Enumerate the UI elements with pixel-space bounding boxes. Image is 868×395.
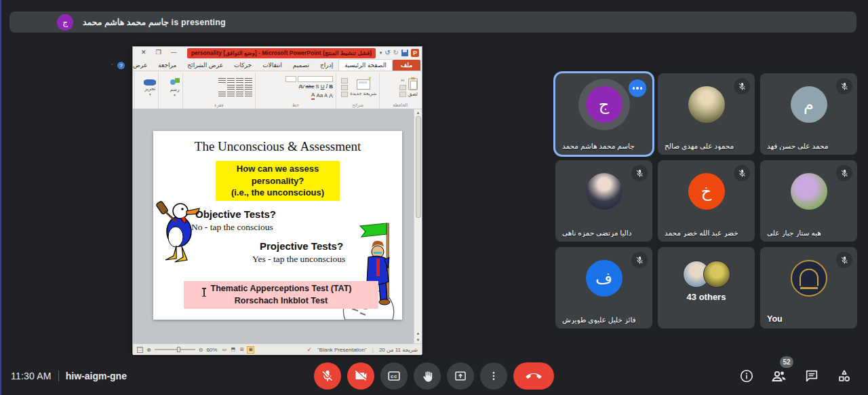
clipboard-small-buttons: ✂ [399, 78, 406, 97]
indent-less-icon[interactable] [218, 78, 226, 83]
participant-tile[interactable]: داليا مرتضى حمزه ناهي [555, 160, 652, 242]
normal-view-icon[interactable]: ▣ [247, 346, 254, 354]
bold-button[interactable]: B [329, 83, 333, 90]
grow-font-button[interactable]: A [329, 92, 333, 99]
participant-avatar: ف [586, 260, 623, 297]
tab-home[interactable]: الصفحة الرئيسية [338, 59, 393, 71]
scroll-up-icon[interactable]: ▲ [416, 109, 420, 116]
participant-tile-presenter[interactable]: ج جاسم محمد هاشم محمد [555, 73, 652, 155]
collapse-ribbon-icon[interactable]: ⌃ [110, 63, 114, 69]
font-color-button[interactable]: A [311, 92, 315, 100]
redo-icon[interactable]: ↻ [393, 50, 399, 56]
cut-icon[interactable]: ✂ [399, 78, 406, 83]
participant-tile-you[interactable]: You [760, 247, 857, 328]
indent-more-icon[interactable] [227, 78, 235, 83]
meeting-details-button[interactable] [738, 367, 755, 385]
strikethrough-button[interactable]: abc [305, 83, 314, 90]
undo-icon[interactable]: ↺ [384, 50, 390, 56]
chat-button[interactable] [803, 367, 821, 385]
presenter-name: جاسم محمد هاشم محمد [83, 18, 169, 27]
save-icon[interactable] [401, 50, 408, 56]
end-call-button[interactable] [513, 362, 554, 390]
projective-answer: Yes - tap the unconscious [252, 254, 345, 265]
reset-icon[interactable] [341, 85, 348, 90]
participant-tile[interactable]: خ خضر عبد الله خضر محمد [658, 160, 755, 242]
present-screen-button[interactable] [447, 362, 474, 390]
font-size-select[interactable] [285, 76, 296, 82]
new-slide-button[interactable]: شريحة جديدة [350, 79, 376, 96]
fit-to-window-icon[interactable]: ⛶ [137, 347, 143, 353]
editing-button[interactable]: تحرير ▼ [144, 79, 155, 96]
tab-transitions[interactable]: انتقالات [257, 60, 288, 71]
slide-canvas[interactable]: The Unconscious & Assessment How can we … [153, 131, 402, 320]
line-spacing-icon[interactable] [245, 85, 252, 90]
ppt-vertical-scrollbar[interactable]: ▲ ▲ ▼ [414, 109, 422, 343]
activities-button[interactable] [835, 367, 853, 385]
slideshow-view-icon[interactable]: ⬒ [229, 346, 237, 354]
ppt-ribbon: لصق ✂ الحافظة شريحة جديدة [133, 71, 422, 109]
tab-slideshow[interactable]: عرض الشرائح [182, 60, 229, 71]
zoom-slider-thumb[interactable] [177, 347, 180, 352]
change-case-button[interactable]: Aa [316, 92, 323, 99]
drawing-button[interactable]: رسم ▼ [170, 78, 180, 97]
align-left-icon[interactable] [227, 92, 235, 97]
tab-review[interactable]: مراجعة [153, 60, 182, 71]
numbering-icon[interactable] [236, 78, 243, 83]
clock-time: 11:30 AM [11, 371, 52, 381]
tab-view[interactable]: عرض [127, 60, 153, 71]
qat-customize-icon[interactable]: ▾ [380, 50, 382, 56]
drawing-group: رسم ▼ [158, 73, 182, 109]
format-painter-icon[interactable] [399, 92, 406, 97]
zoom-out-icon[interactable]: ⊖ [199, 347, 203, 353]
spellcheck-icon[interactable]: ✓ [307, 346, 312, 353]
shrink-font-button[interactable]: A [324, 92, 328, 99]
participant-tile-others[interactable]: 43 others [658, 247, 755, 328]
ppt-title-bar: ✕ ❒ — personality [وضع التوافق] - Micros… [133, 47, 422, 58]
captions-button[interactable]: cc [380, 362, 408, 390]
raise-hand-button[interactable] [414, 362, 441, 390]
participant-tile[interactable]: ف فائز خليل عليوي طويرش [555, 247, 652, 328]
ppt-window-title: personality [وضع التوافق] - Microsoft Po… [187, 48, 376, 58]
copy-icon[interactable] [399, 85, 406, 90]
zoom-in-icon[interactable]: ⊕ [146, 347, 151, 353]
slide-layout-buttons [341, 78, 348, 97]
participants-button[interactable]: 52 [770, 367, 788, 385]
paste-label: لصق [408, 92, 418, 97]
prev-slide-icon[interactable]: ▲ [416, 330, 420, 337]
char-spacing-button[interactable]: AV [298, 83, 304, 90]
reading-view-icon[interactable]: ▭ [220, 346, 228, 354]
tab-animations[interactable]: حركات [229, 60, 257, 71]
tile-options-button[interactable] [629, 79, 646, 97]
participant-tile[interactable]: هبه ستار جبار علي [760, 160, 857, 242]
next-slide-icon[interactable]: ▼ [416, 337, 420, 343]
align-right-icon[interactable] [245, 92, 252, 97]
justify-icon[interactable] [218, 92, 226, 97]
zoom-slider[interactable] [155, 349, 195, 350]
text-shadow-button[interactable]: S [315, 83, 319, 90]
minimize-icon[interactable]: — [171, 50, 177, 56]
participant-name: محمود علي مهدي صالح [665, 142, 748, 150]
italic-button[interactable]: I [326, 83, 328, 90]
tab-insert[interactable]: إدراج [315, 60, 338, 71]
mic-toggle-button[interactable] [314, 362, 341, 390]
align-center-icon[interactable] [236, 92, 243, 97]
tab-design[interactable]: تصميم [288, 60, 315, 71]
maximize-icon[interactable]: ❒ [156, 50, 161, 56]
participant-tile[interactable]: م محمد علي حسن فهد [760, 73, 857, 155]
bullets-icon[interactable] [245, 78, 252, 83]
sorter-view-icon[interactable]: ⊞ [238, 346, 245, 354]
help-icon[interactable]: ? [117, 62, 125, 69]
scroll-thumb[interactable] [416, 116, 421, 218]
close-icon[interactable]: ✕ [141, 50, 146, 56]
underline-button[interactable]: U [321, 83, 325, 90]
section-icon[interactable] [341, 92, 348, 97]
more-options-button[interactable] [480, 362, 507, 390]
text-direction-icon[interactable] [236, 85, 243, 90]
columns-icon[interactable] [227, 85, 235, 90]
participant-tile[interactable]: محمود علي مهدي صالح [658, 73, 755, 155]
layout-icon[interactable] [341, 78, 348, 83]
tab-file[interactable]: ملف [393, 60, 420, 71]
font-name-select[interactable] [298, 76, 333, 82]
paste-button[interactable]: لصق [408, 78, 418, 97]
camera-toggle-button[interactable] [347, 362, 374, 390]
